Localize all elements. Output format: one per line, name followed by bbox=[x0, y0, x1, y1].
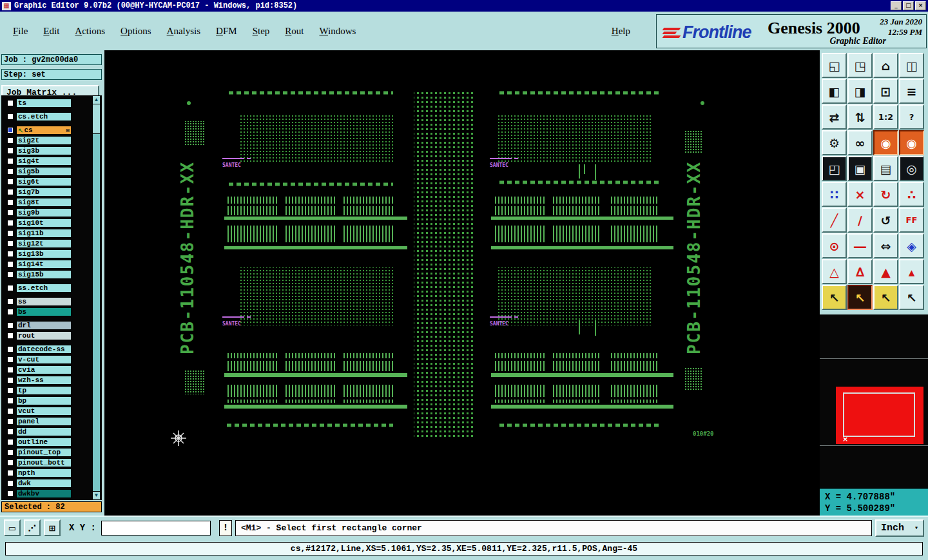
layer-row[interactable]: sig13b bbox=[3, 249, 102, 258]
layer-name[interactable]: cvia bbox=[16, 365, 72, 374]
layer-name[interactable]: sig10t bbox=[16, 218, 72, 227]
layer-row[interactable]: ss.etch bbox=[3, 284, 102, 293]
layer-name[interactable]: ss bbox=[16, 297, 72, 306]
layer-row[interactable]: datecode-ss bbox=[3, 345, 102, 354]
window-tool-button[interactable]: ▭ bbox=[4, 519, 21, 536]
layer-visibility-checkbox[interactable] bbox=[7, 240, 14, 247]
help-icon[interactable]: ? bbox=[899, 104, 924, 130]
pad-center-icon[interactable]: ⊙ bbox=[822, 233, 847, 258]
layer-row[interactable]: dwk bbox=[3, 479, 102, 488]
layer-row[interactable]: sig8t bbox=[3, 198, 102, 207]
layer-row[interactable]: rout bbox=[3, 331, 102, 340]
layer-name[interactable]: sig12t bbox=[16, 239, 72, 248]
layer-row[interactable]: ts bbox=[3, 99, 102, 108]
triangle-small-icon[interactable]: ▴ bbox=[899, 259, 924, 284]
layer-name[interactable]: sig11b bbox=[16, 229, 72, 238]
layer-name[interactable]: npth bbox=[16, 468, 72, 478]
layer-visibility-checkbox[interactable] bbox=[7, 148, 14, 154]
rotate-cw-icon[interactable]: ↻ bbox=[873, 182, 898, 207]
layer-row[interactable]: sig3b bbox=[3, 146, 102, 155]
cursor-snap-icon[interactable]: ↖ bbox=[899, 285, 924, 310]
triangle-outline-icon[interactable]: △ bbox=[822, 259, 847, 284]
layer-name[interactable]: bs bbox=[16, 307, 72, 316]
layer-row[interactable]: tp bbox=[3, 386, 102, 395]
layer-visibility-checkbox[interactable] bbox=[7, 220, 14, 226]
layer-visibility-checkbox[interactable] bbox=[7, 113, 14, 120]
layer-name[interactable]: sig8t bbox=[16, 198, 72, 207]
layer-row[interactable]: sig4t bbox=[3, 157, 102, 166]
copy-block-icon[interactable]: ◈ bbox=[899, 233, 924, 258]
menu-item[interactable]: Options bbox=[121, 26, 151, 37]
line-diagonal-icon[interactable]: ╱ bbox=[822, 208, 847, 233]
layer-name[interactable]: vcut bbox=[16, 407, 72, 416]
pcb-canvas[interactable]: PCB-110548-HDR-XX PCB-110548-HDR-XX SANT… bbox=[104, 50, 820, 516]
screen-copy-icon[interactable]: ◱ bbox=[822, 53, 847, 78]
layer-name[interactable]: sig13b bbox=[16, 249, 72, 258]
close-button[interactable]: × bbox=[915, 1, 926, 10]
layer-name[interactable]: rout bbox=[16, 331, 72, 340]
overview-zoom-rect[interactable]: × bbox=[836, 387, 923, 444]
layer-name[interactable]: dd bbox=[16, 427, 72, 436]
layer-visibility-checkbox[interactable] bbox=[7, 346, 14, 352]
layer-visibility-checkbox[interactable] bbox=[7, 418, 14, 425]
font-ff-icon[interactable]: FF bbox=[899, 208, 924, 233]
layer-row[interactable]: sig6t bbox=[3, 177, 102, 186]
layer-row[interactable]: cs.etch bbox=[3, 112, 102, 121]
layer-visibility-checkbox[interactable] bbox=[7, 367, 14, 373]
xy-input[interactable] bbox=[101, 521, 211, 536]
layer-row[interactable]: vcut bbox=[3, 407, 102, 416]
layer-name[interactable]: datecode-ss bbox=[16, 345, 72, 354]
settings-icon[interactable]: ⚙ bbox=[822, 130, 847, 155]
layer-visibility-checkbox[interactable] bbox=[7, 298, 14, 305]
layer-name[interactable]: sig3b bbox=[16, 146, 72, 155]
scroll-down-arrow-icon[interactable]: ▼ bbox=[93, 491, 100, 499]
pad-shape-icon[interactable]: ▣ bbox=[847, 156, 873, 181]
dash-line-icon[interactable]: ― bbox=[847, 233, 873, 258]
layer-name[interactable]: drl bbox=[16, 321, 72, 330]
layer-visibility-checkbox[interactable] bbox=[7, 408, 14, 414]
flip-vertical-icon[interactable]: ⇅ bbox=[847, 104, 873, 130]
layer-name[interactable]: sig5b bbox=[16, 167, 72, 176]
delete-icon[interactable]: × bbox=[847, 182, 873, 207]
zoom-out-icon[interactable]: ◨ bbox=[847, 79, 873, 104]
ruler-icon[interactable]: ▤ bbox=[873, 156, 898, 181]
layer-name[interactable]: panel bbox=[16, 417, 72, 426]
units-dropdown[interactable]: Inch ▾ bbox=[875, 519, 924, 537]
layer-name[interactable]: ts bbox=[16, 99, 72, 108]
layer-name[interactable]: sig4t bbox=[16, 157, 72, 166]
layer-visibility-checkbox[interactable] bbox=[7, 261, 14, 267]
menu-item[interactable]: Edit bbox=[43, 26, 59, 37]
layer-row[interactable]: sig12t bbox=[3, 239, 102, 248]
layer-name[interactable]: sig15b bbox=[16, 270, 72, 279]
layer-visibility-checkbox[interactable] bbox=[7, 189, 14, 195]
layer-row[interactable]: sig5b bbox=[3, 167, 102, 176]
layer-name[interactable]: pinout_bott bbox=[16, 458, 72, 467]
layer-visibility-checkbox[interactable] bbox=[7, 158, 14, 164]
layer-visibility-checkbox[interactable] bbox=[7, 470, 14, 476]
layer-visibility-checkbox[interactable] bbox=[7, 199, 14, 206]
layer-name[interactable]: dwk bbox=[16, 479, 72, 488]
layer-visibility-checkbox[interactable] bbox=[7, 100, 14, 106]
scroll-up-arrow-icon[interactable]: ▲ bbox=[93, 96, 100, 104]
zoom-in-icon[interactable]: ◧ bbox=[822, 79, 847, 104]
previous-view-icon[interactable]: ⊡ bbox=[873, 79, 898, 104]
tile-windows-icon[interactable]: ◫ bbox=[899, 53, 924, 78]
layer-row[interactable]: ↖ cs ⊞ bbox=[3, 126, 102, 135]
net-points-icon[interactable]: ∷ bbox=[822, 182, 847, 207]
pause-indicator-button[interactable]: ! bbox=[219, 520, 232, 536]
layer-name[interactable]: ss.etch bbox=[16, 284, 72, 293]
highlight-selected-icon[interactable]: ◉ bbox=[873, 130, 898, 155]
layer-visibility-checkbox[interactable] bbox=[7, 285, 14, 291]
layer-row[interactable]: pinout_bott bbox=[3, 458, 102, 467]
highlight-net-icon[interactable]: ◉ bbox=[899, 130, 924, 155]
menu-item[interactable]: Rout bbox=[285, 26, 304, 37]
layer-row[interactable]: sig2t bbox=[3, 136, 102, 145]
origin-corner-icon[interactable]: ◰ bbox=[822, 156, 847, 181]
layer-visibility-checkbox[interactable] bbox=[7, 387, 14, 394]
layer-name[interactable]: pinout_top bbox=[16, 448, 72, 457]
layer-row[interactable]: sig11b bbox=[3, 229, 102, 238]
cursor-select-icon[interactable]: ↖ bbox=[822, 285, 847, 310]
stretch-icon[interactable]: ⇔ bbox=[873, 233, 898, 258]
layer-row[interactable]: pinout_top bbox=[3, 448, 102, 457]
layer-visibility-checkbox[interactable] bbox=[7, 459, 14, 466]
